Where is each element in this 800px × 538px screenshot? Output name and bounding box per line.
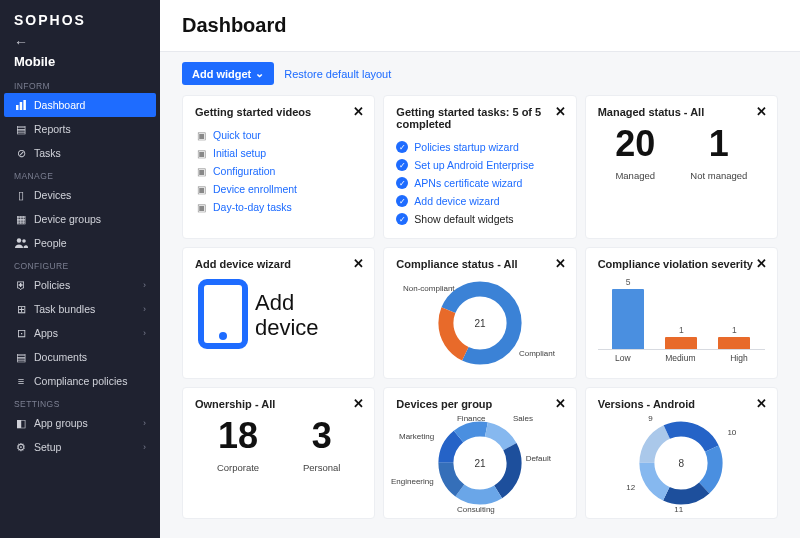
list-item[interactable]: ▣Device enrollment bbox=[195, 180, 362, 198]
brand-logo: SOPHOS bbox=[0, 0, 160, 34]
task-link[interactable]: Add device wizard bbox=[414, 195, 499, 207]
video-icon: ▣ bbox=[195, 183, 207, 195]
bar-low: 5 bbox=[609, 277, 647, 349]
check-icon: ✓ bbox=[396, 195, 408, 207]
label-v11: 11 bbox=[674, 505, 683, 514]
close-icon[interactable]: ✕ bbox=[555, 104, 566, 119]
people-icon bbox=[14, 236, 28, 250]
list-item[interactable]: ▣Day-to-day tasks bbox=[195, 198, 362, 216]
label-sales: Sales bbox=[513, 414, 533, 423]
sidebar-item-compliance-policies[interactable]: ≡ Compliance policies bbox=[0, 369, 160, 393]
sidebar-item-setup[interactable]: ⚙ Setup › bbox=[0, 435, 160, 459]
close-icon[interactable]: ✕ bbox=[555, 256, 566, 271]
task-link[interactable]: Policies startup wizard bbox=[414, 141, 518, 153]
list-item[interactable]: ✓APNs certificate wizard bbox=[396, 174, 563, 192]
module-label: Mobile bbox=[0, 52, 160, 75]
list-item[interactable]: ✓Show default widgets bbox=[396, 210, 563, 228]
video-link[interactable]: Quick tour bbox=[213, 129, 261, 141]
video-link[interactable]: Initial setup bbox=[213, 147, 266, 159]
widget-devices-per-group: Devices per group ✕ 21 Finance bbox=[383, 387, 576, 519]
widget-title: Versions - Android bbox=[598, 398, 765, 410]
list-item[interactable]: ▣Configuration bbox=[195, 162, 362, 180]
svg-rect-0 bbox=[16, 105, 19, 110]
stat-personal: 3 Personal bbox=[303, 418, 341, 473]
video-link[interactable]: Day-to-day tasks bbox=[213, 201, 292, 213]
video-link[interactable]: Configuration bbox=[213, 165, 275, 177]
widget-managed-status: Managed status - All ✕ 20 Managed 1 Not … bbox=[585, 95, 778, 239]
add-widget-button[interactable]: Add widget ⌄ bbox=[182, 62, 274, 85]
video-icon: ▣ bbox=[195, 147, 207, 159]
close-icon[interactable]: ✕ bbox=[353, 396, 364, 411]
widget-title: Getting started videos bbox=[195, 106, 362, 118]
widget-tasks: Getting started tasks: 5 of 5 completed … bbox=[383, 95, 576, 239]
svg-rect-2 bbox=[23, 100, 26, 110]
label-v10: 10 bbox=[727, 428, 736, 437]
video-list: ▣Quick tour ▣Initial setup ▣Configuratio… bbox=[195, 126, 362, 216]
sidebar-item-dashboard[interactable]: Dashboard bbox=[4, 93, 156, 117]
close-icon[interactable]: ✕ bbox=[353, 104, 364, 119]
list-item[interactable]: ▣Quick tour bbox=[195, 126, 362, 144]
stat-corporate: 18 Corporate bbox=[217, 418, 259, 473]
bar-chart-icon bbox=[14, 98, 28, 112]
sidebar-item-apps[interactable]: ⊡ Apps › bbox=[0, 321, 160, 345]
close-icon[interactable]: ✕ bbox=[756, 256, 767, 271]
sidebar-item-tasks[interactable]: ⊘ Tasks bbox=[0, 141, 160, 165]
phone-icon: ▯ bbox=[14, 188, 28, 202]
bar-category: Medium bbox=[665, 353, 695, 363]
close-icon[interactable]: ✕ bbox=[555, 396, 566, 411]
sidebar-item-task-bundles[interactable]: ⊞ Task bundles › bbox=[0, 297, 160, 321]
donut-center: 21 bbox=[474, 318, 485, 329]
nav-label: Apps bbox=[34, 327, 143, 339]
close-icon[interactable]: ✕ bbox=[756, 104, 767, 119]
bar-rect bbox=[612, 289, 644, 349]
sidebar-item-policies[interactable]: ⛨ Policies › bbox=[0, 273, 160, 297]
close-icon[interactable]: ✕ bbox=[756, 396, 767, 411]
widget-violation-severity: Compliance violation severity ✕ 5 1 1 bbox=[585, 247, 778, 379]
nav-label: Device groups bbox=[34, 213, 146, 225]
nav-label: People bbox=[34, 237, 146, 249]
chevron-right-icon: › bbox=[143, 328, 146, 338]
list-item[interactable]: ✓Policies startup wizard bbox=[396, 138, 563, 156]
widget-grid: Getting started videos ✕ ▣Quick tour ▣In… bbox=[182, 95, 778, 519]
nav-section-manage: MANAGE bbox=[0, 165, 160, 183]
widget-title: Ownership - All bbox=[195, 398, 362, 410]
sidebar-item-reports[interactable]: ▤ Reports bbox=[0, 117, 160, 141]
list-item[interactable]: ✓Set up Android Enterprise bbox=[396, 156, 563, 174]
main: Dashboard Add widget ⌄ Restore default l… bbox=[160, 0, 800, 538]
chevron-right-icon: › bbox=[143, 442, 146, 452]
sidebar-item-people[interactable]: People bbox=[0, 231, 160, 255]
violation-bar-chart: 5 1 1 bbox=[598, 278, 765, 350]
back-arrow[interactable]: ← bbox=[0, 34, 160, 52]
widget-compliance-status: Compliance status - All ✕ 21 Non-complia… bbox=[383, 247, 576, 379]
list-item[interactable]: ✓Add device wizard bbox=[396, 192, 563, 210]
list-item[interactable]: ▣Initial setup bbox=[195, 144, 362, 162]
restore-layout-button[interactable]: Restore default layout bbox=[284, 68, 391, 80]
check-icon: ✓ bbox=[396, 177, 408, 189]
sidebar-item-documents[interactable]: ▤ Documents bbox=[0, 345, 160, 369]
widget-title: Compliance violation severity bbox=[598, 258, 765, 270]
sidebar: SOPHOS ← Mobile INFORM Dashboard ▤ Repor… bbox=[0, 0, 160, 538]
widget-add-device[interactable]: Add device wizard ✕ Add device bbox=[182, 247, 375, 379]
nav-section-settings: SETTINGS bbox=[0, 393, 160, 411]
task-link[interactable]: APNs certificate wizard bbox=[414, 177, 522, 189]
sidebar-item-app-groups[interactable]: ◧ App groups › bbox=[0, 411, 160, 435]
label-non-compliant: Non-compliant bbox=[403, 284, 455, 293]
task-link[interactable]: Set up Android Enterprise bbox=[414, 159, 534, 171]
bar-category: Low bbox=[615, 353, 631, 363]
bar-value: 5 bbox=[626, 277, 631, 287]
widget-videos: Getting started videos ✕ ▣Quick tour ▣In… bbox=[182, 95, 375, 239]
stat-label: Corporate bbox=[217, 462, 259, 473]
document-icon: ▤ bbox=[14, 122, 28, 136]
sidebar-item-devices[interactable]: ▯ Devices bbox=[0, 183, 160, 207]
label-finance: Finance bbox=[457, 414, 485, 423]
video-link[interactable]: Device enrollment bbox=[213, 183, 297, 195]
stat-managed: 20 Managed bbox=[615, 126, 655, 181]
task-label: Show default widgets bbox=[414, 213, 513, 225]
close-icon[interactable]: ✕ bbox=[353, 256, 364, 271]
video-icon: ▣ bbox=[195, 201, 207, 213]
widget-ownership: Ownership - All ✕ 18 Corporate 3 Persona… bbox=[182, 387, 375, 519]
sidebar-item-device-groups[interactable]: ▦ Device groups bbox=[0, 207, 160, 231]
video-icon: ▣ bbox=[195, 165, 207, 177]
widget-versions-android: Versions - Android ✕ 8 9 10 11 bbox=[585, 387, 778, 519]
stat-label: Not managed bbox=[690, 170, 747, 181]
